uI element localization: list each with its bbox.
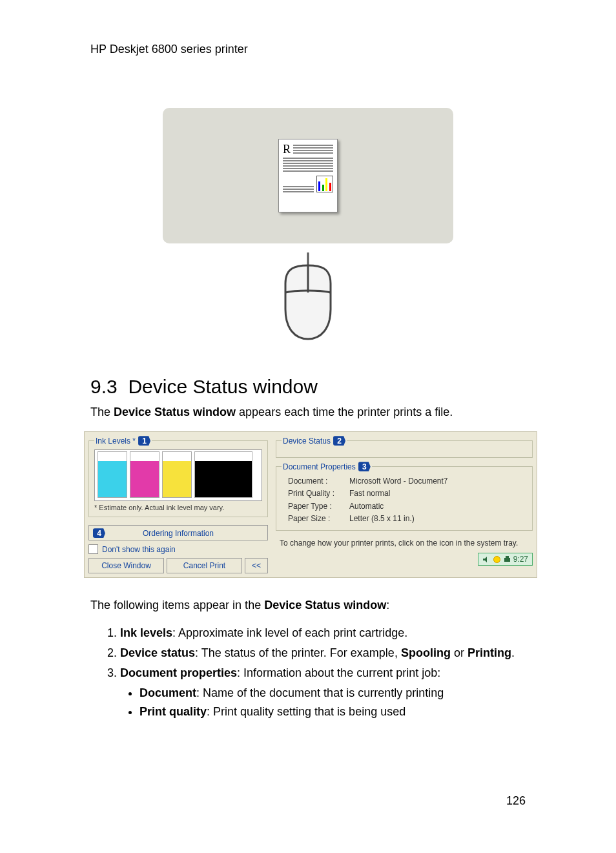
document-properties-legend: Document Properties <box>283 462 356 471</box>
prop-document: Microsoft Word - Document7 <box>349 477 448 486</box>
page-number: 126 <box>506 794 526 808</box>
screen-illustration: R <box>163 108 453 243</box>
intro-paragraph: The Device Status window appears each ti… <box>90 404 542 420</box>
cancel-print-button[interactable]: Cancel Print <box>167 558 242 573</box>
mouse-icon <box>269 251 347 345</box>
chart-icon <box>316 176 333 192</box>
callout-2: 2 <box>333 436 345 446</box>
items-list: Ink levels: Approximate ink level of eac… <box>105 625 559 721</box>
prop-paper-type: Automatic <box>349 502 384 511</box>
items-intro: The following items appear in the Device… <box>90 597 542 613</box>
checkbox-icon[interactable] <box>88 544 98 554</box>
device-status-group: Device Status 2 <box>276 436 533 458</box>
svg-rect-2 <box>504 558 510 562</box>
callout-3: 3 <box>358 462 371 471</box>
collapse-button[interactable]: << <box>245 558 268 573</box>
callout-1: 1 <box>138 436 150 446</box>
device-status-legend: Device Status <box>283 437 331 446</box>
document-page: HP Deskjet 6800 series printer R 9.3 <box>0 0 616 853</box>
section-heading: 9.3 Device Status window <box>90 376 616 398</box>
prop-print-quality: Fast normal <box>349 489 390 498</box>
drop-cap: R <box>283 145 291 154</box>
ordering-information-label: Ordering Information <box>143 529 214 538</box>
ink-bars <box>94 449 262 501</box>
system-tray-hint: To change how your printer prints, click… <box>276 536 533 550</box>
device-status-window: Ink Levels * 1 * Estimate only. Actual i… <box>84 431 537 578</box>
svg-point-1 <box>493 556 500 562</box>
callout-4: 4 <box>93 528 105 538</box>
volume-icon <box>482 555 491 564</box>
ink-estimate-note: * Estimate only. Actual ink level may va… <box>94 504 262 511</box>
printer-icon <box>503 555 511 564</box>
list-item: Ink levels: Approximate ink level of eac… <box>120 625 559 641</box>
list-item: Device status: The status of the printer… <box>120 645 559 661</box>
dont-show-again-row[interactable]: Don't show this again <box>88 544 268 554</box>
page-header: HP Deskjet 6800 series printer <box>0 0 616 56</box>
document-icon: R <box>278 139 338 212</box>
tray-time: 9:27 <box>513 555 528 564</box>
system-tray: 9:27 <box>478 553 533 566</box>
sub-items-list: Document: Name of the document that is c… <box>139 685 559 720</box>
list-item: Document properties: Information about t… <box>120 665 559 721</box>
prop-paper-size: Letter (8.5 x 11 in.) <box>349 514 415 523</box>
ink-levels-legend: Ink Levels * <box>96 437 136 446</box>
network-icon <box>493 555 501 564</box>
dont-show-again-label: Don't show this again <box>102 545 176 554</box>
ordering-information-button[interactable]: 4 Ordering Information <box>88 525 268 540</box>
list-item: Document: Name of the document that is c… <box>139 685 559 701</box>
svg-rect-3 <box>506 556 509 558</box>
document-properties-group: Document Properties 3 Document :Microsof… <box>276 462 533 531</box>
ink-levels-group: Ink Levels * 1 * Estimate only. Actual i… <box>88 436 268 517</box>
list-item: Print quality: Print quality setting tha… <box>139 704 559 720</box>
close-window-button[interactable]: Close Window <box>88 558 164 573</box>
